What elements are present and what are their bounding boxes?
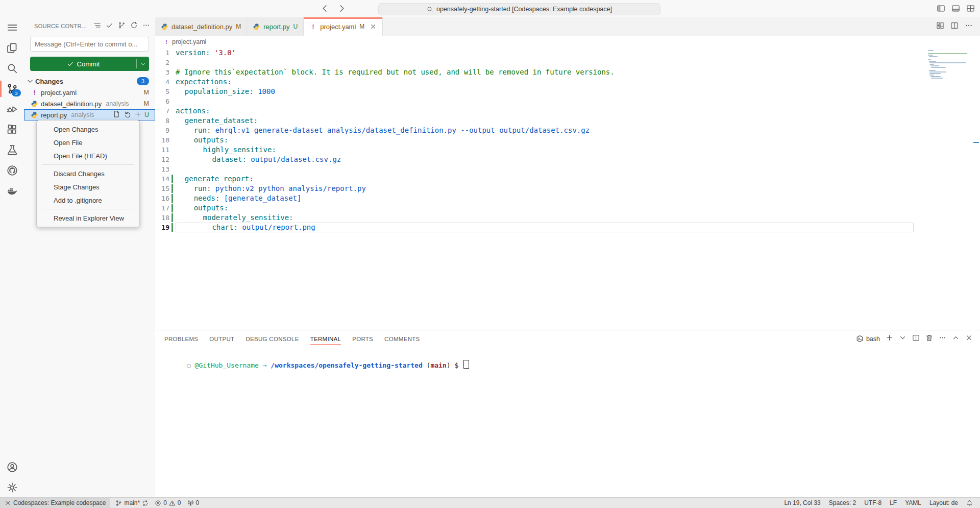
scm-file-dataset-definition-py[interactable]: dataset_definition.pyanalysisM	[24, 98, 155, 109]
menu-item-reveal-in-explorer-view[interactable]: Reveal in Explorer View	[37, 211, 139, 225]
activity-item-account[interactable]	[0, 457, 24, 477]
stage-button[interactable]	[134, 110, 142, 119]
layout-setting[interactable]: Layout: de	[925, 498, 962, 508]
tab-project-yaml[interactable]: !project.yamlM	[304, 17, 383, 36]
activity-item-extensions[interactable]	[0, 119, 24, 140]
scm-file-report-py[interactable]: report.pyanalysisU	[24, 109, 155, 120]
minimap[interactable]	[928, 50, 972, 79]
remote-indicator[interactable]: Codespaces: Example codespace	[0, 498, 110, 508]
menu-item-open-file[interactable]: Open File	[37, 136, 139, 149]
trash-button[interactable]	[925, 334, 933, 344]
activity-item-testing[interactable]	[0, 140, 24, 160]
close-icon[interactable]	[370, 23, 377, 30]
chevron-down-icon	[26, 77, 34, 85]
commit-check-button[interactable]	[106, 21, 113, 31]
layout-panel-icon[interactable]	[951, 4, 960, 13]
activity-item-github[interactable]	[0, 160, 24, 181]
close-icon	[965, 334, 973, 342]
terminal-shell-item[interactable]: bash	[856, 335, 880, 343]
activity-item-explorer[interactable]	[0, 38, 24, 58]
breadcrumb[interactable]: ! project.yaml	[155, 36, 980, 48]
code-line-text: highly_sensitive:	[176, 145, 980, 155]
activity-item-search[interactable]	[0, 58, 24, 79]
code-line-2: 2	[155, 58, 980, 67]
breadcrumb-item[interactable]: project.yaml	[172, 38, 206, 45]
add-button[interactable]	[886, 334, 893, 344]
terminal[interactable]: ○ @GitHub_Username → /workspaces/opensaf…	[163, 351, 970, 379]
file-label: dataset_definition.py	[41, 100, 102, 108]
activity-item-source-control[interactable]: 3	[0, 79, 24, 99]
activity-item-run-debug[interactable]	[0, 99, 24, 119]
menu-item-open-file-head[interactable]: Open File (HEAD)	[37, 149, 139, 162]
indentation-setting[interactable]: Spaces: 2	[825, 498, 860, 508]
remote-icon	[5, 500, 11, 506]
chevron-down-icon	[140, 61, 146, 67]
tab-report-py[interactable]: report.pyU	[247, 17, 304, 36]
panel-tab-terminal[interactable]: TERMINAL	[310, 330, 341, 347]
line-number: 2	[155, 58, 169, 67]
code-editor[interactable]: 1version: '3.0'23# Ignore this`expectati…	[155, 48, 980, 330]
panel-tab-output[interactable]: OUTPUT	[209, 330, 234, 347]
encoding-setting[interactable]: UTF-8	[860, 498, 886, 508]
tab-dataset-definition-py[interactable]: dataset_definition.pyM	[155, 17, 247, 36]
menu-item-open-changes[interactable]: Open Changes	[37, 123, 139, 136]
activity-item-menu[interactable]	[0, 17, 24, 38]
open-file-button[interactable]	[113, 110, 120, 119]
terminal-prompt-arrow: →	[259, 361, 267, 369]
layout-sidebar-icon[interactable]	[937, 4, 945, 13]
panel-tab-ports[interactable]: PORTS	[352, 330, 373, 347]
gutter-change-indicator	[172, 107, 173, 115]
minimap-line	[929, 70, 936, 71]
refresh-button[interactable]	[130, 21, 138, 31]
menu-item-discard-changes[interactable]: Discard Changes	[37, 167, 139, 180]
back-icon[interactable]	[320, 4, 330, 13]
create-branch-button[interactable]	[118, 21, 126, 31]
menu-item-stage-changes[interactable]: Stage Changes	[37, 180, 139, 193]
code-line-text: population_size: 1000	[176, 87, 980, 96]
split-editor-button[interactable]	[950, 21, 959, 32]
notifications-bell[interactable]	[962, 498, 977, 508]
eol-setting[interactable]: LF	[886, 498, 901, 508]
gutter-change-indicator	[172, 223, 173, 232]
line-number: 3	[155, 67, 169, 77]
gutter-change-indicator	[172, 146, 173, 154]
menu-item-add-to-gitignore[interactable]: Add to .gitignore	[37, 193, 139, 207]
panel-tab-problems[interactable]: PROBLEMS	[164, 330, 198, 347]
branch-indicator[interactable]: main*	[112, 498, 152, 508]
line-number: 17	[155, 203, 169, 213]
commit-button[interactable]: Commit	[30, 57, 149, 71]
tab-dirty-badge: M	[236, 23, 241, 30]
view-sort-button[interactable]	[93, 21, 101, 31]
close-button[interactable]	[965, 334, 973, 344]
docker-icon	[7, 185, 18, 197]
panel-tab-comments[interactable]: COMMENTS	[384, 330, 420, 347]
more-icon	[939, 334, 946, 342]
commit-dropdown-button[interactable]	[137, 57, 149, 71]
chevron-up-button[interactable]	[952, 334, 960, 344]
terminal-prompt-dollar: $	[454, 361, 462, 369]
split-editor-button[interactable]	[912, 334, 920, 344]
changes-section-header[interactable]: Changes 3	[24, 76, 155, 87]
command-center[interactable]: opensafely-getting-started [Codespaces: …	[378, 3, 660, 15]
panel-tab-debug-console[interactable]: DEBUG CONSOLE	[246, 330, 299, 347]
more-button[interactable]	[939, 334, 946, 344]
branch-icon	[115, 500, 122, 506]
discard-button[interactable]	[124, 110, 131, 119]
code-line-text	[176, 164, 980, 174]
activity-item-docker[interactable]	[0, 181, 24, 201]
ports-indicator[interactable]: 0	[184, 498, 203, 508]
layout-grid-icon[interactable]	[966, 4, 975, 13]
chevron-down-button[interactable]	[899, 334, 906, 344]
commit-message-input[interactable]: Message (Ctrl+Enter to commit o...	[30, 37, 149, 52]
problems-indicator[interactable]: 0 0	[152, 498, 184, 508]
more-button[interactable]	[142, 21, 150, 31]
activity-item-settings[interactable]	[0, 477, 24, 498]
more-button[interactable]	[965, 21, 973, 32]
language-mode[interactable]: YAML	[901, 498, 925, 508]
scm-file-project-yaml[interactable]: !project.yamlM	[24, 87, 155, 98]
open-changes-button[interactable]	[936, 21, 944, 32]
gutter-change-indicator	[172, 165, 173, 174]
forward-icon[interactable]	[337, 4, 347, 13]
cursor-position[interactable]: Ln 19, Col 33	[780, 498, 824, 508]
commit-button-main[interactable]: Commit	[30, 57, 136, 71]
